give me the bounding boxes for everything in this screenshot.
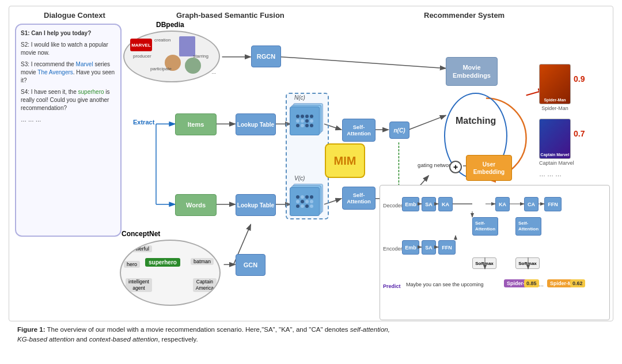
user-embedding-box: UserEmbedding (466, 155, 512, 181)
s4-hero: superhero (78, 89, 104, 95)
concept-captain-america: CaptainAmerica (193, 278, 217, 292)
spider-man-entry: Spider-Man Spider-Man (539, 64, 571, 111)
spider-man-poster: Spider-Man (539, 64, 571, 104)
dec-self-att1-text: Self-Attention (475, 221, 495, 232)
concept-batman: batman (191, 258, 214, 265)
dec-ffn: FFN (544, 197, 562, 211)
plus-circle: + (449, 161, 462, 173)
movie-emb-text: MovieEmbeddings (453, 63, 491, 80)
dec-self-att2-text: Self-Attention (518, 221, 538, 232)
dialogue-s4: S4: I have seen it, the superhero is rea… (21, 88, 116, 112)
concept-ellipsis-1: ... (208, 245, 213, 251)
captain-marvel-entry: Captain Marvel Captain Marvel (539, 119, 574, 166)
concept-superhero: superhero (145, 258, 180, 267)
concept-intelligent-agent: intelligentagent (126, 278, 152, 292)
rgcn-box: RGCN (251, 46, 281, 67)
starring-label: starring (193, 54, 208, 59)
conceptnet-title: ConceptNet (122, 230, 160, 238)
predict-score-085: 0.85 (524, 279, 539, 287)
caption-text3: and (74, 336, 89, 343)
svg-line-18 (408, 115, 446, 130)
header-graph-fusion: Graph-based Semantic Fusion (176, 11, 285, 20)
items-box: Items (175, 113, 217, 135)
svg-line-6 (280, 57, 446, 69)
conceptnet-cloud: powerful ... hero superhero batman intel… (120, 240, 221, 306)
dbpedia-cloud: MARVEL creation producer starring partic… (123, 31, 220, 82)
dialogue-context-box: S1: Can I help you today? S2: I would li… (15, 24, 122, 237)
figure-caption: Figure 1: The overview of our model with… (9, 325, 613, 345)
lookup-table-1: Lookup Table (236, 113, 276, 135)
s4-prefix: S4: I have seen it, the (21, 89, 78, 95)
gcn-box: GCN (236, 254, 266, 276)
s2-text: S2: I would like to watch a popular movi… (21, 41, 108, 56)
caption-text: The overview of our model with a movie r… (45, 326, 350, 333)
movies-ellipsis: … … … (539, 170, 562, 177)
decoder-label: Decoder (383, 203, 403, 208)
diagram-area: Dialogue Context Graph-based Semantic Fu… (9, 6, 613, 321)
caption-label: Figure 1: (17, 326, 45, 333)
dialogue-system-box: Decoder Encoder Emb SA KA KA CA FFN Emb … (380, 185, 610, 320)
dec-sa: SA (422, 197, 436, 211)
lookup-table-2: Lookup Table (236, 194, 276, 216)
dec-ka1: KA (438, 197, 453, 211)
captain-marvel-poster-label: Captain Marvel (541, 153, 570, 157)
softmax-2: Softmax (515, 257, 540, 269)
predict-label: Predict (383, 283, 401, 289)
encoder-label: Encoder (383, 246, 403, 252)
s1-speaker: S1: Can I help you today? (21, 30, 91, 36)
nc-text: n(C) (394, 127, 405, 134)
producer-label: producer (133, 54, 151, 59)
concept-hero: hero (124, 261, 140, 268)
dialogue-s2: S2: I would like to watch a popular movi… (21, 41, 116, 57)
s3-avengers: The Avengers (37, 69, 73, 75)
dbpedia-title: DBpedia (156, 21, 184, 29)
dialogue-s1: S1: Can I help you today? (21, 29, 116, 37)
extract-label: Extract (133, 119, 154, 126)
creation-label: creation (154, 37, 170, 43)
header-dialogue-context: Dialogue Context (44, 11, 105, 20)
header-recommender: Recommender System (424, 11, 505, 20)
user-emb-text: UserEmbedding (473, 161, 505, 176)
mim-box: MIM (325, 143, 365, 178)
enc-ffn: FFN (438, 240, 456, 255)
s3-marvel: Marvel (76, 61, 93, 67)
spider-man-score: 0.9 (574, 74, 585, 84)
person-photo-2 (185, 58, 201, 74)
self-attention-1: Self-Attention (342, 119, 376, 142)
participate-label: participate (150, 66, 172, 71)
self-attention-2: Self-Attention (342, 187, 376, 210)
caption-italic3: context-based attention (89, 336, 158, 343)
dec-ca: CA (524, 197, 538, 211)
predict-dots: … (538, 282, 544, 287)
main-container: Dialogue Context Graph-based Semantic Fu… (0, 0, 622, 351)
caption-italic2: KG-based attention (17, 336, 74, 343)
s3-prefix: S3: I recommend the (21, 61, 76, 67)
n-c-box: n(C) (389, 122, 409, 139)
concept-powerful: powerful (127, 245, 152, 252)
dec-emb: Emb (402, 197, 419, 211)
captain-marvel-poster: Captain Marvel (539, 119, 571, 159)
sa1-text: Self-Attention (347, 124, 371, 137)
dec-ka2: KA (495, 197, 510, 211)
enc-sa: SA (422, 240, 436, 255)
captain-marvel-movie-label: Captain Marvel (539, 160, 574, 166)
dec-self-att1: Self-Attention (472, 217, 498, 236)
captain-marvel-score: 0.7 (574, 129, 585, 138)
dialogue-s3: S3: I recommend the Marvel series movie … (21, 60, 116, 85)
spider-man-poster-label: Spider-Man (544, 98, 566, 102)
dec-self-att2: Self-Attention (515, 217, 541, 236)
dialogue-ellipsis: … … … (21, 116, 116, 124)
caption-text4: , respectively. (158, 336, 198, 343)
sa2-text: Self-Attention (347, 192, 371, 205)
dbpedia-dots: ... (211, 69, 216, 75)
caption-italic1: self-attention, (350, 326, 390, 333)
ellipsis-text: … … … (21, 116, 41, 123)
enc-emb: Emb (402, 240, 419, 255)
embedding-outline-box (286, 93, 329, 219)
spider-man-movie-label: Spider-Man (539, 105, 571, 111)
predict-text: Maybe you can see the upcoming (406, 282, 484, 287)
words-box: Words (175, 194, 217, 216)
movie-embeddings-box: MovieEmbeddings (446, 57, 498, 86)
predict-score-062: 0.62 (570, 279, 585, 287)
softmax-1: Softmax (472, 257, 496, 269)
